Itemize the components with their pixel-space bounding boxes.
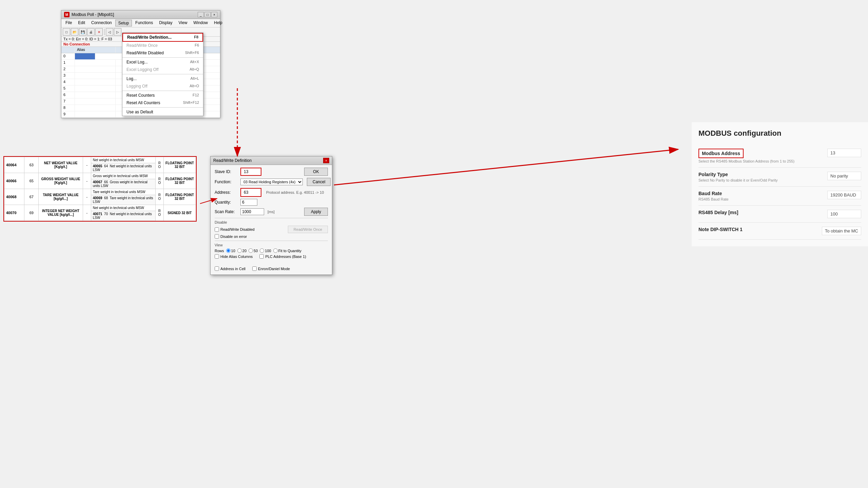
reg-desc-lsw-2: 40067 66 Gross weight in technical units… [91,179,155,189]
reg-id-67: 67 [24,189,39,205]
modbus-address-value: 13 [827,149,861,157]
window-titlebar: M Modbus Poll - [Mbpoll1] _ □ × [61,11,220,19]
protocol-note: Protocol address. E.g. 40011 -> 10 [266,190,324,194]
reg-type-2: FLOATING POINT 32 BIT [163,173,196,189]
rows-10-option[interactable]: 10 [226,248,235,253]
ok-button[interactable]: OK [304,168,328,176]
divider2 [215,241,328,241]
save-btn[interactable]: 💾 [79,28,86,36]
config-left-baud: Baud Rate RS485 Baud Rate [698,191,807,201]
new-btn[interactable]: □ [63,28,70,36]
polarity-value: No parity [827,172,861,180]
rows-100-radio[interactable] [260,248,264,253]
menu-read-write-definition[interactable]: Read/Write Definition... F8 [122,33,203,42]
address-in-cell-checkbox[interactable] [215,266,219,271]
hide-alias-checkbox[interactable] [215,254,219,259]
menu-help[interactable]: Help [211,20,225,26]
reg-rw-1: RO [156,157,164,173]
disable-rw-checkbox[interactable] [215,227,219,232]
rows-10-radio[interactable] [226,248,231,253]
plc-addresses-checkbox[interactable] [259,254,264,259]
menu-window[interactable]: Window [191,20,211,26]
function-select[interactable]: 03 Read Holding Registers (4x) [240,179,303,185]
menu-display[interactable]: Display [156,20,175,26]
rows-100-option[interactable]: 100 [260,248,271,253]
open-btn[interactable]: 📂 [71,28,78,36]
menu-use-as-default[interactable]: Use as Default [122,108,203,116]
col-alias-header: Alias [75,47,116,53]
minimize-btn[interactable]: _ [198,12,204,17]
rows-fit-radio[interactable] [273,248,278,253]
disable-section-label: Disable [215,220,328,224]
rows-50-option[interactable]: 50 [249,248,258,253]
address-input[interactable] [242,189,259,195]
menu-connection[interactable]: Connection [88,20,115,26]
menu-setup[interactable]: Setup [115,20,132,26]
reg-dash-3: - [83,189,91,205]
quantity-label: Quantity: [215,200,238,205]
view-checkboxes: Hide Alias Columns PLC Addresses (Base 1… [215,254,328,272]
reg-desc-msw-4: Net weight in technical units MSW [91,205,155,211]
config-row-dip: Note DIP-SWITCH 1 To obtain the MC [698,223,861,240]
table-row: 40070 69 INTEGER NET WEIGHT VALUE [kg/g/… [4,205,196,211]
quantity-input[interactable] [240,199,257,206]
rows-fit-option[interactable]: Fit to Quantity [273,248,301,253]
hide-alias-row: Hide Alias Columns [215,254,253,259]
main-container: M Modbus Poll - [Mbpoll1] _ □ × File Edi… [0,0,868,488]
config-left-address: Modbus Address Select the RS485 Modbus S… [698,149,807,163]
scan-rate-row: Scan Rate: [ms] Apply [215,208,328,216]
hide-alias-label: Hide Alias Columns [220,255,253,259]
dialog-close-btn[interactable]: × [323,158,329,163]
menu-excel-log[interactable]: Excel Log... Alt+X [122,58,203,66]
col-num-header [61,47,75,53]
menu-reset-all-counters[interactable]: Reset All Counters Shift+F12 [122,99,203,107]
maximize-btn[interactable]: □ [204,12,211,17]
cancel-button[interactable]: Cancel [307,178,331,186]
address-box [240,188,261,197]
dip-label: Note DIP-SWITCH 1 [698,227,807,232]
disable-error-checkbox[interactable] [215,234,219,239]
menu-functions[interactable]: Functions [133,20,156,26]
reg-num-40068: 40068 [4,189,24,205]
close-btn[interactable]: × [211,12,217,17]
rw-dialog: Read/Write Definition × Slave ID: OK Fun… [210,156,332,275]
reg-type-3: FLOATING POINT 32 BIT [163,189,196,205]
config-row-address: Modbus Address Select the RS485 Modbus S… [698,145,861,168]
reg-rw-3: RO [156,189,164,205]
print-btn[interactable]: 🖨 [87,28,95,36]
address-in-cell-label: Address in Cell [220,267,245,271]
rows-20-radio[interactable] [237,248,242,253]
rows-50-radio[interactable] [249,248,253,253]
rows-20-option[interactable]: 20 [237,248,246,253]
baud-value: 19200 BAUD [827,191,861,199]
reg-id-63: 63 [24,157,39,173]
menu-reset-counters[interactable]: Reset Counters F12 [122,92,203,99]
menu-read-write-disabled[interactable]: Read/Write Disabled Shift+F6 [122,49,203,57]
reg-id-69: 69 [24,205,39,221]
btn1[interactable]: ◁ [106,28,113,36]
quantity-row: Quantity: [215,199,328,206]
reg-num-40070: 40070 [4,205,24,221]
reg-name-int-net: INTEGER NET WEIGHT VALUE [kg/g/t...] [39,205,83,221]
config-right-delay: 100 [807,210,861,218]
menu-edit[interactable]: Edit [75,20,88,26]
disable-rw-label: Read/Write Disabled [220,227,255,231]
enron-daniel-checkbox[interactable] [252,266,257,271]
menu-read-write-once: Read/Write Once F6 [122,42,203,49]
menu-logging-off: Logging Off Alt+O [122,82,203,90]
menu-log[interactable]: Log... Alt+L [122,75,203,82]
config-left-polarity: Polarity Type Select No Parity to disabl… [698,172,807,182]
disable-rw-row: Read/Write Disabled Read/Write Once [215,226,328,233]
scan-rate-input[interactable] [240,208,264,215]
menu-file[interactable]: File [63,20,75,26]
delay-label: RS485 Delay [ms] [698,210,807,215]
reg-rw-2: RO [156,173,164,189]
btn2[interactable]: ▷ [114,28,121,36]
slave-id-row: Slave ID: OK [215,168,328,176]
address-row: Address: Protocol address. E.g. 40011 ->… [215,188,328,197]
delete-btn[interactable]: ✕ [95,28,103,36]
menu-view[interactable]: View [176,20,190,26]
apply-button[interactable]: Apply [304,208,328,216]
dialog-titlebar: Read/Write Definition × [211,156,332,165]
slave-id-input[interactable] [242,169,259,175]
